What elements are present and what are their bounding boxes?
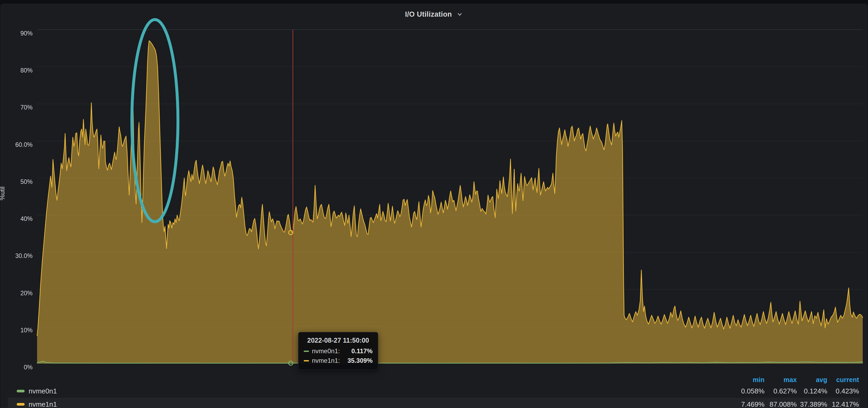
legend-series-name[interactable]: nvme1n1 <box>29 400 57 408</box>
tooltip-row: nvme0n1: 0.117% <box>304 347 373 355</box>
tooltip-series-value: 0.117% <box>340 347 373 355</box>
legend-stat-value: 7.469% <box>725 400 765 408</box>
hover-tooltip: 2022-08-27 11:50:00 nvme0n1: 0.117% nvme… <box>298 332 378 370</box>
page-top-strip <box>0 0 868 4</box>
legend-series-toggle-nvme1n1[interactable]: nvme1n1 <box>8 400 725 408</box>
legend-row-nvme0n1: nvme0n10.058%0.627%0.124%0.423% <box>8 384 860 398</box>
legend-swatch-icon[interactable] <box>17 403 25 406</box>
nvme1n1-area <box>37 41 863 364</box>
io-utilization-panel: I/O Utilization 90%80%70%60.0%50%40%30.0… <box>1 4 867 408</box>
legend-stat-value: 37.389% <box>797 400 827 408</box>
grafana-page: I/O Utilization 90%80%70%60.0%50%40%30.0… <box>0 0 868 408</box>
legend-table: minmaxavgcurrentnvme0n10.058%0.627%0.124… <box>8 375 860 408</box>
legend-series-name[interactable]: nvme0n1 <box>29 387 57 395</box>
legend-stat-value: 0.423% <box>827 387 859 395</box>
legend-row-nvme1n1: nvme1n17.469%87.008%37.389%12.417% <box>8 398 860 408</box>
tooltip-series-name: nvme1n1: <box>312 357 340 364</box>
tooltip-series-value: 35.309% <box>340 357 373 364</box>
legend-series-toggle-nvme0n1[interactable]: nvme0n1 <box>8 387 725 395</box>
legend-stat-header[interactable]: avg <box>797 376 827 384</box>
legend-stat-value: 0.627% <box>765 387 797 395</box>
legend-stat-value: 0.058% <box>725 387 765 395</box>
legend-stat-header[interactable]: current <box>827 376 859 384</box>
tooltip-row: nvme1n1: 35.309% <box>304 357 373 364</box>
chart-region[interactable]: 90%80%70%60.0%50%40%30.0%20%10%0% %util … <box>1 4 867 408</box>
legend-stat-header[interactable]: min <box>725 376 765 384</box>
legend-stat-value: 87.008% <box>765 400 797 408</box>
series-color-dash-icon <box>304 350 309 352</box>
tooltip-timestamp: 2022-08-27 11:50:00 <box>304 337 373 344</box>
tooltip-series-name: nvme0n1: <box>312 347 340 355</box>
legend-stat-value: 12.417% <box>827 400 859 408</box>
legend-stat-header[interactable]: max <box>765 376 797 384</box>
legend-stat-value: 0.124% <box>797 387 827 395</box>
legend-swatch-icon[interactable] <box>17 390 25 393</box>
legend-header-row: minmaxavgcurrent <box>8 375 860 384</box>
timeseries-plot[interactable] <box>1 4 868 408</box>
series-color-dash-icon <box>304 360 309 362</box>
